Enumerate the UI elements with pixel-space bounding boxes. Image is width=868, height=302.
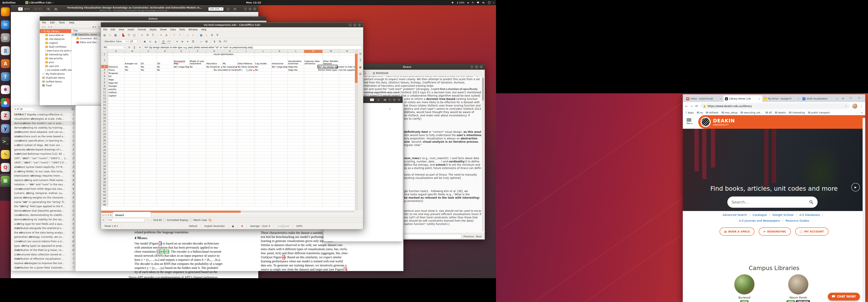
cell-J6[interactable] (255, 75, 272, 78)
collection-cite-data2vis[interactable]: cite-data2vis (40, 37, 71, 41)
cell-N10[interactable] (322, 88, 339, 91)
cell-J46[interactable] (255, 203, 272, 207)
cell-H2[interactable]: ML (222, 56, 237, 65)
cell-G25[interactable] (206, 136, 222, 139)
cell-H45[interactable] (222, 200, 237, 203)
cell-M9[interactable] (304, 85, 323, 88)
cell-C12[interactable] (140, 94, 157, 97)
cell-K21[interactable] (272, 123, 288, 126)
row-header-20[interactable]: 20 (101, 120, 108, 123)
cell-O20[interactable] (339, 120, 355, 123)
cell-K17[interactable] (272, 110, 288, 113)
cell-G20[interactable] (206, 120, 222, 123)
new-item-button[interactable]: ⊕ ▾ (92, 26, 96, 28)
cell-J45[interactable] (255, 200, 272, 203)
dock-item-thunderbird[interactable]: ✉ (0, 18, 11, 31)
cell-G12[interactable] (206, 94, 222, 97)
cell-F28[interactable] (189, 145, 206, 149)
cell-O15[interactable] (339, 104, 355, 107)
cell-O23[interactable] (339, 129, 355, 133)
row-header-23[interactable]: 23 (101, 129, 108, 133)
zotero-menu-edit[interactable]: Edit (50, 21, 55, 24)
cell-C6[interactable] (140, 75, 157, 78)
cell-O38[interactable] (339, 177, 355, 181)
cell-H7[interactable] (222, 78, 237, 81)
search-result-item[interactable]: places strong weights on the characte…5 (11, 195, 76, 200)
cell-M11[interactable] (304, 91, 323, 94)
cell-A30[interactable] (108, 152, 124, 155)
column-header-G[interactable]: G (206, 50, 222, 53)
cell-G43[interactable] (206, 194, 222, 197)
cell-L43[interactable] (288, 194, 304, 197)
cell-K4[interactable] (272, 68, 288, 72)
cell-C28[interactable] (140, 145, 157, 149)
cell-I34[interactable] (237, 165, 255, 168)
cell-E9[interactable] (174, 85, 189, 88)
cell-I31[interactable] (237, 155, 255, 158)
cell-L22[interactable] (288, 126, 304, 129)
search-result-item[interactable]: to string fields). In our case, this inc… (11, 169, 76, 174)
cell-E30[interactable] (174, 152, 189, 155)
cell-B39[interactable] (124, 180, 140, 184)
cell-O10[interactable] (339, 88, 355, 91)
search-result-item[interactable]: tokenization strategy requires more …4 (11, 173, 76, 178)
cell-L1[interactable] (288, 53, 304, 56)
row-header-7[interactable]: 7 (101, 78, 108, 81)
cut-button[interactable]: ✂ (140, 33, 144, 37)
collection-duplicate-items[interactable]: Duplicate Items (40, 76, 71, 79)
cell-N41[interactable] (322, 187, 339, 191)
cell-M5[interactable] (304, 71, 323, 75)
search-result-item[interactable]: demonstrating its viability for the tas…… (11, 217, 76, 222)
search-result-item[interactable]: explore strategies to improve the trai…7 (11, 261, 76, 265)
cell-N40[interactable] (322, 184, 339, 187)
bookmark-star-icon[interactable]: ☆ (845, 104, 847, 108)
cell-J42[interactable] (255, 190, 272, 194)
cell-F39[interactable] (189, 180, 206, 184)
dock-item-slack[interactable]: ✱ (0, 83, 11, 96)
bookmark-deakin[interactable]: deakin (775, 111, 786, 114)
cell-B29[interactable] (124, 148, 140, 152)
search-result-item[interactable]: distributed alongside the statistical s…… (11, 226, 76, 230)
cell-N34[interactable] (322, 165, 339, 168)
browser-tab[interactable]: ◉Library Home | Lib× (723, 95, 762, 102)
format-currency-button[interactable]: $ (212, 39, 217, 43)
cell-C7[interactable] (140, 78, 157, 81)
cell-E26[interactable] (174, 139, 189, 142)
bookmark-public-transport[interactable]: public transport (808, 111, 830, 114)
cell-H43[interactable] (222, 194, 237, 197)
cell-L10[interactable] (288, 88, 304, 91)
collection-prov[interactable]: prov (40, 60, 71, 64)
add-sheet-button[interactable]: + (110, 214, 112, 216)
cell-A40[interactable] (108, 184, 124, 187)
cell-C18[interactable] (140, 113, 157, 116)
cell-J19[interactable] (255, 116, 272, 120)
cell-I9[interactable] (237, 85, 255, 88)
cell-E24[interactable] (174, 132, 189, 136)
cell-D17[interactable] (157, 110, 174, 113)
cell-L38[interactable] (288, 177, 304, 181)
column-header-E[interactable]: E (174, 50, 189, 53)
autofilter-button[interactable]: ∇ (215, 33, 219, 37)
collection-cogtool[interactable]: cogtool (40, 41, 71, 45)
cell-B10[interactable] (124, 88, 140, 91)
cell-J20[interactable] (255, 120, 272, 123)
cell-J26[interactable] (255, 139, 272, 142)
cell-K41[interactable] (272, 187, 288, 191)
cell-J38[interactable] (255, 177, 272, 181)
align-left-button[interactable]: ⫷ (175, 39, 179, 43)
tab-close-icon[interactable]: × (797, 97, 799, 100)
cell-M10[interactable] (304, 88, 323, 91)
cell-E18[interactable] (174, 113, 189, 116)
cell-A21[interactable] (108, 123, 124, 126)
cell-J12[interactable] (255, 94, 272, 97)
note-scrollbar[interactable] (482, 77, 484, 232)
cell-E31[interactable] (174, 155, 189, 158)
copy-button[interactable]: ⧉ (146, 33, 150, 37)
cell-C40[interactable] (140, 184, 157, 187)
cell-C27[interactable] (140, 142, 157, 145)
cell-H10[interactable] (222, 88, 237, 91)
cell-C2[interactable]: 2D (140, 56, 157, 65)
cell-C31[interactable] (140, 155, 157, 158)
cell-J17[interactable] (255, 110, 272, 113)
cell-B33[interactable] (124, 162, 140, 165)
